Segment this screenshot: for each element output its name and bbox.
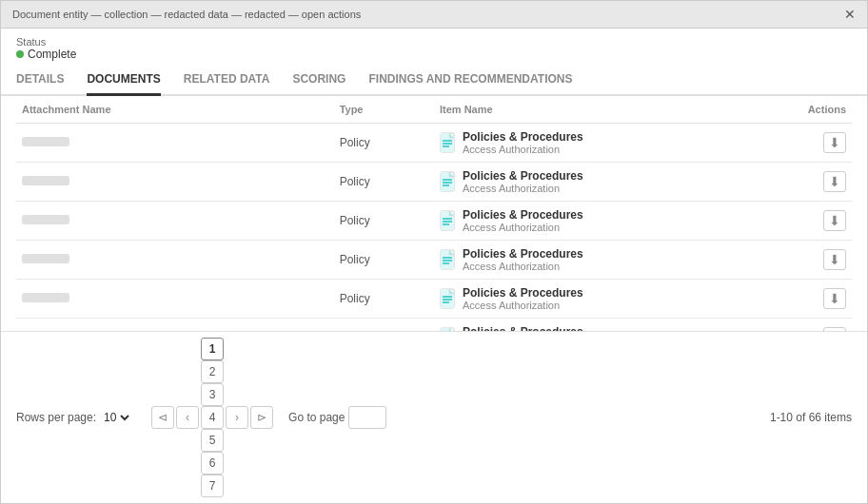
page-button-3[interactable]: 3 [201, 383, 224, 406]
col-attachment-name: Attachment Name [16, 96, 334, 124]
item-name-cell: Policies & Procedures Access Authorizati… [434, 319, 752, 332]
page-button-6[interactable]: 6 [201, 452, 224, 475]
document-icon [440, 171, 457, 192]
download-button[interactable]: ⬇ [823, 171, 846, 192]
attachment-name-cell [16, 202, 334, 241]
table-row: Policy Policies & Procedures Access Auth… [16, 202, 852, 241]
type-cell: Policy [334, 202, 434, 241]
tab-scoring[interactable]: SCORING [292, 65, 345, 96]
tab-related-data[interactable]: RELATED DATA [184, 65, 270, 96]
col-actions: Actions [752, 96, 852, 124]
actions-cell: ⬇ [752, 124, 852, 163]
pagination-controls: ⊲ ‹ 1234567 › ⊳ [151, 338, 273, 497]
download-button[interactable]: ⬇ [823, 249, 846, 270]
item-name-cell: Policies & Procedures Access Authorizati… [434, 163, 752, 202]
page-button-7[interactable]: 7 [201, 475, 224, 497]
item-name-cell: Policies & Procedures Access Authorizati… [434, 241, 752, 280]
table-row: Policy Policies & Procedures Access Auth… [16, 319, 852, 332]
table-header-row: Attachment Name Type Item Name Actions [16, 96, 852, 124]
item-name-cell: Policies & Procedures Access Authorizati… [434, 280, 752, 319]
modal-header: Document entity — collection — redacted … [1, 1, 867, 29]
type-cell: Policy [334, 124, 434, 163]
table-row: Policy Policies & Procedures Access Auth… [16, 241, 852, 280]
download-button[interactable]: ⬇ [823, 288, 846, 309]
page-button-1[interactable]: 1 [201, 338, 224, 360]
type-cell: Policy [334, 319, 434, 332]
tabs-bar: DETAILS DOCUMENTS RELATED DATA SCORING F… [1, 65, 867, 96]
rows-per-page-label: Rows per page: [16, 411, 96, 424]
modal-container: Document entity — collection — redacted … [0, 0, 868, 504]
status-text: Complete [28, 48, 76, 61]
page-button-2[interactable]: 2 [201, 360, 224, 383]
document-icon [440, 210, 457, 231]
status-label: Status [16, 36, 852, 48]
goto-label: Go to page [288, 411, 345, 424]
document-icon [440, 249, 457, 270]
first-page-button[interactable]: ⊲ [151, 406, 174, 429]
status-bar: Status Complete [1, 29, 867, 65]
goto-page-control: Go to page [288, 406, 386, 429]
close-button[interactable]: ✕ [844, 7, 856, 22]
rows-per-page-control: Rows per page: 10 25 50 [16, 410, 132, 425]
attachment-name-cell [16, 163, 334, 202]
item-name-cell: Policies & Procedures Access Authorizati… [434, 124, 752, 163]
page-button-5[interactable]: 5 [201, 429, 224, 452]
item-name-cell: Policies & Procedures Access Authorizati… [434, 202, 752, 241]
table-row: Policy Policies & Procedures Access Auth… [16, 124, 852, 163]
modal-title: Document entity — collection — redacted … [12, 9, 361, 20]
type-cell: Policy [334, 241, 434, 280]
goto-input[interactable] [348, 406, 386, 429]
documents-table-container: Attachment Name Type Item Name Actions P… [1, 96, 867, 331]
actions-cell: ⬇ [752, 280, 852, 319]
modal-body: Status Complete DETAILS DOCUMENTS RELATE… [1, 29, 867, 503]
documents-table: Attachment Name Type Item Name Actions P… [16, 96, 852, 331]
actions-cell: ⬇ [752, 163, 852, 202]
document-icon [440, 132, 457, 153]
status-indicator [16, 50, 24, 58]
attachment-name-cell [16, 241, 334, 280]
status-value: Complete [16, 48, 852, 61]
attachment-name-cell [16, 319, 334, 332]
actions-cell: ⬇ [752, 241, 852, 280]
actions-cell: ⬇ [752, 319, 852, 332]
prev-page-button[interactable]: ‹ [176, 406, 199, 429]
page-number-buttons: 1234567 [201, 338, 224, 497]
last-page-button[interactable]: ⊳ [250, 406, 273, 429]
attachment-name-cell [16, 124, 334, 163]
actions-cell: ⬇ [752, 202, 852, 241]
page-count: 1-10 of 66 items [770, 411, 852, 424]
table-footer: Rows per page: 10 25 50 ⊲ ‹ 1234567 › ⊳ … [1, 331, 867, 503]
table-row: Policy Policies & Procedures Access Auth… [16, 280, 852, 319]
next-page-button[interactable]: › [226, 406, 248, 429]
tab-findings[interactable]: FINDINGS AND RECOMMENDATIONS [368, 65, 572, 96]
page-button-4[interactable]: 4 [201, 406, 224, 429]
col-item-name: Item Name [434, 96, 752, 124]
download-button[interactable]: ⬇ [823, 210, 846, 231]
attachment-name-cell [16, 280, 334, 319]
tab-documents[interactable]: DOCUMENTS [87, 65, 160, 96]
rows-per-page-select[interactable]: 10 25 50 [100, 410, 132, 425]
type-cell: Policy [334, 163, 434, 202]
document-icon [440, 288, 457, 309]
col-type: Type [334, 96, 434, 124]
table-row: Policy Policies & Procedures Access Auth… [16, 163, 852, 202]
download-button[interactable]: ⬇ [823, 132, 846, 153]
type-cell: Policy [334, 280, 434, 319]
tab-details[interactable]: DETAILS [16, 65, 64, 96]
